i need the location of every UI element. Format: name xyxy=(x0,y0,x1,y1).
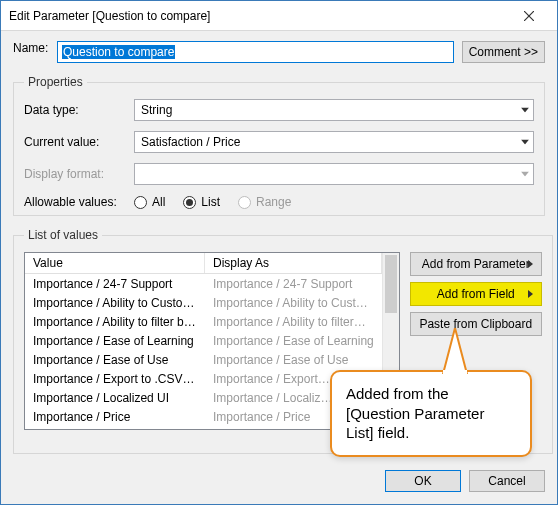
annotation-callout: Added from the [Question Parameter List]… xyxy=(330,370,532,457)
add-from-field-button[interactable]: Add from Field xyxy=(410,282,542,306)
data-type-row: Data type: String xyxy=(24,99,534,121)
table-row[interactable]: Importance / Ability to filter bas..Impo… xyxy=(25,312,382,331)
display-format-select[interactable] xyxy=(134,163,534,185)
allowable-values-label: Allowable values: xyxy=(24,195,134,209)
cell-display-as: Importance / 24-7 Support xyxy=(205,276,382,292)
table-row[interactable]: Importance / Localized UIImportance / Lo… xyxy=(25,388,382,407)
table-body: Importance / 24-7 SupportImportance / 24… xyxy=(25,274,382,429)
cell-display-as: Importance / Ability to Cust… xyxy=(205,295,382,311)
name-input[interactable]: Question to compare xyxy=(57,41,454,63)
cell-value: Importance / Ease of Use xyxy=(25,352,205,368)
cell-display-as: Importance / Ease of Learning xyxy=(205,333,382,349)
cell-value: Importance / Export to .CSV and.. xyxy=(25,371,205,387)
svg-rect-7 xyxy=(443,370,467,374)
current-value-label: Current value: xyxy=(24,135,134,149)
properties-legend: Properties xyxy=(24,75,87,89)
radio-icon xyxy=(183,196,196,209)
data-type-label: Data type: xyxy=(24,103,134,117)
radio-icon xyxy=(238,196,251,209)
radio-all[interactable]: All xyxy=(134,195,165,209)
chevron-down-icon xyxy=(521,140,529,145)
display-format-row: Display format: xyxy=(24,163,534,185)
radio-list-label: List xyxy=(201,195,220,209)
table-header: Value Display As xyxy=(25,253,382,274)
allowable-values-radios: All List Range xyxy=(134,195,291,209)
chevron-down-icon xyxy=(521,172,529,177)
cell-value: Importance / 24-7 Support xyxy=(25,276,205,292)
cell-value: Importance / Ability to Customiz.. xyxy=(25,295,205,311)
window-title: Edit Parameter [Question to compare] xyxy=(9,9,509,23)
close-button[interactable] xyxy=(509,5,549,27)
radio-list[interactable]: List xyxy=(183,195,220,209)
table-row[interactable]: Importance / Ability to Customiz..Import… xyxy=(25,293,382,312)
close-icon xyxy=(524,11,534,21)
cell-value: Importance / Price xyxy=(25,409,205,425)
btn-label: Paste from Clipboard xyxy=(419,317,532,331)
scroll-thumb[interactable] xyxy=(385,255,397,313)
data-type-select[interactable]: String xyxy=(134,99,534,121)
btn-label: Add from Parameter xyxy=(422,257,530,271)
display-format-label: Display format: xyxy=(24,167,134,181)
radio-range[interactable]: Range xyxy=(238,195,291,209)
current-value-select[interactable]: Satisfaction / Price xyxy=(134,131,534,153)
cell-value: Importance / Ease of Learning xyxy=(25,333,205,349)
current-value-value: Satisfaction / Price xyxy=(141,135,240,149)
col-header-value[interactable]: Value xyxy=(25,253,205,273)
table-row[interactable]: Importance / 24-7 SupportImportance / 24… xyxy=(25,274,382,293)
name-input-value: Question to compare xyxy=(62,45,175,59)
data-type-value: String xyxy=(141,103,172,117)
list-of-values-legend: List of values xyxy=(24,228,102,242)
table-row[interactable]: Importance / Ease of UseImportance / Eas… xyxy=(25,350,382,369)
name-row: Name: Question to compare Comment >> xyxy=(13,41,545,63)
svg-marker-4 xyxy=(521,172,529,177)
radio-all-label: All xyxy=(152,195,165,209)
current-value-row: Current value: Satisfaction / Price xyxy=(24,131,534,153)
ok-button[interactable]: OK xyxy=(385,470,461,492)
table-row[interactable]: Importance / Ease of LearningImportance … xyxy=(25,331,382,350)
name-label: Name: xyxy=(13,41,57,63)
svg-marker-3 xyxy=(521,140,529,145)
comment-button[interactable]: Comment >> xyxy=(462,41,545,63)
chevron-down-icon xyxy=(521,108,529,113)
svg-marker-2 xyxy=(521,108,529,113)
allowable-values-row: Allowable values: All List Range xyxy=(24,195,534,209)
callout-tail xyxy=(441,328,469,374)
chevron-right-icon xyxy=(528,257,533,271)
cell-value: Importance / Ability to filter bas.. xyxy=(25,314,205,330)
btn-label: Add from Field xyxy=(437,287,515,301)
radio-icon xyxy=(134,196,147,209)
dialog-footer: OK Cancel xyxy=(1,462,557,504)
cell-display-as: Importance / Ability to filter… xyxy=(205,314,382,330)
cell-display-as: Importance / Ease of Use xyxy=(205,352,382,368)
table-row[interactable]: Importance / PriceImportance / Price xyxy=(25,407,382,426)
cancel-button[interactable]: Cancel xyxy=(469,470,545,492)
svg-marker-5 xyxy=(528,260,533,268)
cell-value: Importance / Localized UI xyxy=(25,390,205,406)
table-row[interactable]: Importance / Export to .CSV and..Importa… xyxy=(25,369,382,388)
paste-from-clipboard-button[interactable]: Paste from Clipboard xyxy=(410,312,542,336)
titlebar: Edit Parameter [Question to compare] xyxy=(1,1,557,31)
col-header-display-as[interactable]: Display As xyxy=(205,253,382,273)
chevron-right-icon xyxy=(528,287,533,301)
properties-group: Properties Data type: String Current val… xyxy=(13,75,545,216)
radio-range-label: Range xyxy=(256,195,291,209)
add-from-parameter-button[interactable]: Add from Parameter xyxy=(410,252,542,276)
svg-marker-6 xyxy=(528,290,533,298)
